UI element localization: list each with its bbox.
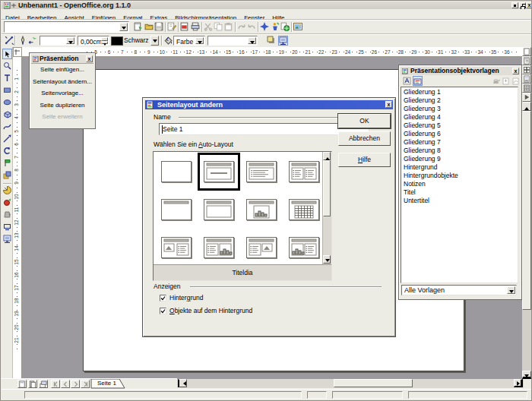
next-page-icon[interactable] [71,380,80,388]
line-style-icon[interactable] [18,36,28,46]
cancel-button[interactable]: Abbrechen [338,131,391,146]
style-list-item[interactable]: Gliederung 2 [404,96,441,105]
vertical-scrollbar-trough[interactable] [522,310,531,371]
rectangle-tool-icon[interactable] [2,85,12,96]
fill-style-icon[interactable] [163,36,173,46]
scroll-down-button[interactable] [522,371,531,379]
layout-text-pic[interactable] [240,229,283,267]
print-icon[interactable] [191,22,201,32]
layout-title-bullets[interactable] [240,153,283,191]
style-list-item[interactable]: Gliederung 1 [404,88,441,96]
master-mode-icon[interactable] [28,380,37,388]
stylist-close-icon[interactable]: x [512,68,519,74]
scroll-right-button[interactable] [514,379,523,387]
style-list-item[interactable]: Untertitel [404,197,429,205]
navigator-icon[interactable] [260,22,270,32]
open-icon[interactable] [144,22,154,32]
help-button[interactable]: Hilfe [338,153,391,167]
horizontal-scrollbar-thumb[interactable] [334,379,413,387]
fill-color-dropdown-button[interactable] [248,37,256,44]
slide-view-icon[interactable] [522,65,531,74]
style-list-item[interactable]: Hintergrundobjekte [404,172,458,180]
line-arrow-tool-icon[interactable] [2,134,12,144]
first-page-icon[interactable] [51,380,60,388]
style-list-item[interactable]: Gliederung 3 [404,105,441,113]
url-dropdown-button[interactable] [119,23,128,31]
last-page-icon[interactable] [81,380,90,388]
checkbox-background[interactable] [160,295,166,302]
scroll-up-button[interactable] [522,102,531,111]
checkbox-objects-on-background[interactable] [160,308,166,314]
line-style-dropdown-button[interactable] [66,37,74,44]
style-filter-combo[interactable]: Alle Vorlagen [401,285,517,295]
prev-page-icon[interactable] [61,380,70,388]
url-combo[interactable] [4,21,129,33]
style-filter-dropdown-button[interactable] [507,286,515,294]
window-restore-button[interactable] [519,2,526,8]
horizontal-ruler[interactable]: 5678910111213141516171819202122232425262… [22,47,522,57]
style-list-item[interactable]: Notizen [404,180,426,188]
start-presentation-icon[interactable] [522,93,531,102]
text-tool-icon[interactable] [2,73,12,84]
layer-mode-icon[interactable] [39,380,48,388]
autolayout-scrollbar[interactable] [322,152,331,265]
drawing-view-icon[interactable] [522,47,531,56]
presentation-box-icon[interactable] [278,36,288,46]
export-pdf-icon[interactable] [180,22,190,32]
vertical-ruler[interactable]: 123456789101112131415161718192021 [13,57,22,378]
object3d-tool-icon[interactable] [2,109,12,120]
update-style-icon[interactable] [511,76,521,86]
style-list-item[interactable]: Gliederung 7 [404,138,441,147]
presentation-tool-icon[interactable] [2,234,12,245]
autolayout-scroll-down-button[interactable] [323,255,331,264]
layout-text-chart[interactable] [198,229,240,267]
style-list-item[interactable]: Gliederung 9 [404,155,441,163]
hyperlink-icon[interactable] [280,22,290,32]
line-color-dropdown-button[interactable] [150,36,159,46]
fill-format-icon[interactable] [491,76,501,86]
layout-title-chart[interactable] [240,191,283,229]
new-document-icon[interactable] [134,22,144,32]
arrange-tool-icon[interactable] [2,170,12,181]
interaction-tool-icon[interactable] [2,197,12,208]
notes-view-icon[interactable] [522,74,531,84]
animation-tool-icon[interactable] [2,210,12,220]
palette-item-3[interactable]: Seitenvorlage... [30,87,94,99]
curve-tool-icon[interactable] [2,122,12,132]
palette-item-2[interactable]: Seitenlayout ändern... [30,76,94,87]
alignment-tool-icon[interactable] [2,158,12,169]
graphic-styles-icon[interactable] [402,76,412,86]
handout-view-icon[interactable] [522,84,531,93]
presentation-palette-close-icon[interactable]: x [86,55,93,62]
line-style-combo[interactable] [40,36,76,46]
new-style-icon[interactable] [501,76,511,86]
page-mode-icon[interactable] [17,380,27,388]
presentation-styles-icon[interactable] [413,76,423,86]
style-list-item[interactable]: Gliederung 6 [404,130,441,138]
line-dialog-icon[interactable] [5,36,14,46]
line-width-field[interactable]: 0,00cm [78,36,109,46]
style-list-item[interactable]: Gliederung 4 [404,113,441,122]
layout-title-frame[interactable] [198,191,240,229]
line-color-combo[interactable]: Schwarz [111,36,160,46]
autolayout-grid[interactable]: Titeldia [153,151,332,281]
style-list-item[interactable]: Gliederung 8 [404,147,441,155]
effects-tool-icon[interactable] [2,185,12,196]
style-list[interactable]: Gliederung 1Gliederung 2Gliederung 3Glie… [401,87,518,283]
rotate-tool-icon[interactable] [2,146,12,156]
layout-title-two-bullets[interactable] [283,153,325,191]
window-minimize-button[interactable] [511,2,518,8]
layout-pic-text[interactable] [155,229,198,267]
vertical-scrollbar-thumb[interactable] [522,111,531,310]
autolayout-scrollbar-thumb[interactable] [323,160,331,216]
select-tool-icon[interactable] [2,49,12,59]
zoom-tool-icon[interactable] [2,61,12,71]
ellipse-tool-icon[interactable] [2,97,12,108]
layout-blank[interactable] [155,153,198,191]
presentation-palette-title-bar[interactable]: Präsentation x [31,55,93,64]
window-close-button[interactable]: x [526,2,532,8]
line-width-spinner[interactable] [101,37,108,44]
scroll-left-button[interactable] [178,379,187,387]
shadow-icon[interactable] [267,36,277,46]
style-list-item[interactable]: Gliederung 5 [404,122,441,130]
